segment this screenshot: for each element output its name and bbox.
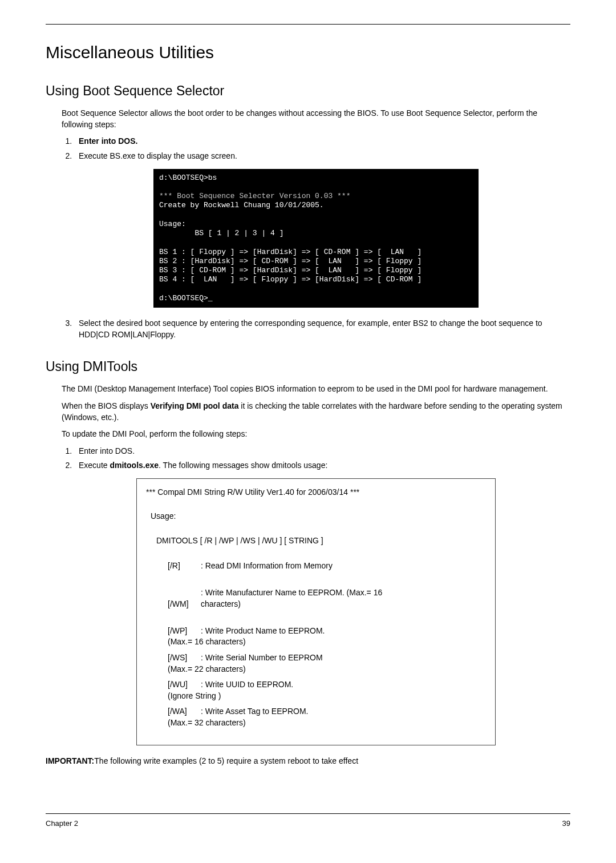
usage-title: *** Compal DMI String R/W Utility Ver1.4…: [146, 487, 486, 498]
usage-desc: : Write Serial Number to EEPROM: [201, 652, 389, 664]
rule-bottom: [46, 813, 570, 814]
usage-flag: [/WM]: [168, 599, 198, 610]
page: Miscellaneous Utilities Using Boot Seque…: [0, 0, 616, 843]
section-dmitools: The DMI (Desktop Management Interface) T…: [46, 384, 570, 745]
usage-table: [/R] : Read DMI Information from Memory …: [168, 560, 486, 729]
usage-desc: : Read DMI Information from Memory: [201, 560, 389, 572]
usage-row: [/WA] : Write Asset Tag to EEPROM. (Max.…: [168, 706, 486, 728]
section-boot-selector: Boot Sequence Selector allows the boot o…: [46, 108, 570, 340]
rule-top: [46, 24, 570, 25]
usage-max: (Ignore String ): [168, 691, 276, 702]
dmi-p1: The DMI (Desktop Management Interface) T…: [62, 384, 570, 395]
cursor-icon: _: [208, 294, 213, 303]
important-note: IMPORTANT:The following write examples (…: [46, 756, 570, 767]
code-line-4: Usage:: [159, 220, 186, 228]
usage-max: (Max.= 16 characters): [168, 636, 276, 648]
usage-desc: : Write Product Name to EEPROM.: [201, 626, 389, 637]
boot-step-1: Enter into DOS.: [74, 136, 570, 147]
usage-row: [/WU] : Write UUID to EEPROM. (Ignore St…: [168, 679, 486, 701]
boot-code-block: d:\BOOTSEQ>bs *** Boot Sequence Selecter…: [153, 169, 479, 308]
code-line-2: *** Boot Sequence Selecter Version 0.03 …: [159, 192, 350, 200]
usage-row: [/WP] : Write Product Name to EEPROM. (M…: [168, 626, 486, 648]
usage-cmd: DMITOOLS [ /R | /WP | /WS | /WU ] [ STRI…: [156, 535, 486, 547]
usage-box: *** Compal DMI String R/W Utility Ver1.4…: [136, 478, 496, 745]
code-line-3: Create by Rockwell Chuang 10/01/2005.: [159, 201, 324, 209]
dmi-step-1: Enter into DOS.: [74, 446, 570, 457]
usage-flag: [/WS]: [168, 652, 198, 664]
usage-max: (Max.= 22 characters): [168, 664, 276, 675]
usage-row: [/R] : Read DMI Information from Memory: [168, 560, 486, 583]
usage-row: [/WM] : Write Manufacturer Name to EEPRO…: [168, 587, 486, 621]
code-line-8: BS 3 : [ CD-ROM ] => [HardDisk] => [ LAN…: [159, 266, 422, 275]
usage-label: Usage:: [151, 511, 486, 522]
usage-flag: [/WP]: [168, 626, 198, 637]
usage-desc: : Write UUID to EEPROM.: [201, 679, 389, 691]
boot-step-2: Execute BS.exe to display the usage scre…: [74, 151, 570, 162]
boot-steps-list: Enter into DOS. Execute BS.exe to displa…: [62, 136, 570, 162]
code-line-1: d:\BOOTSEQ>bs: [159, 174, 217, 182]
code-line-10: d:\BOOTSEQ>: [159, 294, 208, 303]
usage-flag: [/WA]: [168, 706, 198, 717]
footer: Chapter 2 39: [46, 818, 570, 829]
code-line-6: BS 1 : [ Floppy ] => [HardDisk] => [ CD-…: [159, 248, 422, 256]
dmi-steps-list: Enter into DOS. Execute dmitools.exe. Th…: [62, 446, 570, 471]
boot-intro: Boot Sequence Selector allows the boot o…: [62, 108, 570, 130]
footer-left: Chapter 2: [46, 818, 78, 829]
code-line-7: BS 2 : [HardDisk] => [ CD-ROM ] => [ LAN…: [159, 257, 422, 265]
code-line-5: BS [ 1 | 2 | 3 | 4 ]: [159, 229, 283, 237]
dmi-p3: To update the DMI Pool, perform the foll…: [62, 429, 570, 440]
usage-flag: [/R]: [168, 560, 198, 572]
footer-right: 39: [562, 818, 570, 829]
boot-steps-list-cont: Select the desired boot sequence by ente…: [62, 318, 570, 340]
usage-max: (Max.= 32 characters): [168, 717, 276, 729]
boot-step-3: Select the desired boot sequence by ente…: [74, 318, 570, 340]
usage-flag: [/WU]: [168, 679, 198, 691]
dmi-p2: When the BIOS displays Verifying DMI poo…: [62, 401, 570, 423]
usage-desc: : Write Manufacturer Name to EEPROM. (Ma…: [201, 587, 389, 610]
h1-misc-utilities: Miscellaneous Utilities: [46, 41, 570, 64]
dmi-step-2: Execute dmitools.exe. The following mess…: [74, 460, 570, 471]
spacer: [46, 772, 570, 800]
h2-boot-sequence-selector: Using Boot Sequence Selector: [46, 82, 570, 100]
usage-desc: : Write Asset Tag to EEPROM.: [201, 706, 389, 717]
usage-row: [/WS] : Write Serial Number to EEPROM (M…: [168, 652, 486, 675]
code-line-9: BS 4 : [ LAN ] => [ Floppy ] => [HardDis…: [159, 275, 422, 284]
h2-dmitools: Using DMITools: [46, 357, 570, 376]
